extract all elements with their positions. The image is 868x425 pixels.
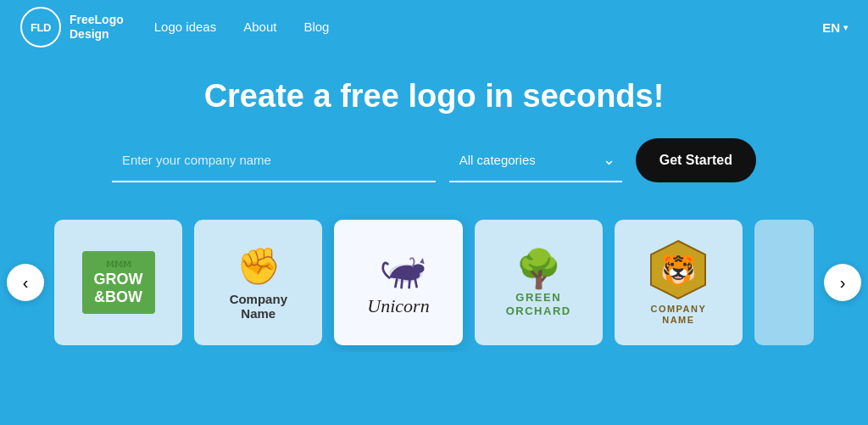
logo-mark[interactable]: FLD xyxy=(20,7,61,48)
fist-icon: ✊ xyxy=(236,245,281,287)
orchard-label: GREENORCHARD xyxy=(506,291,571,317)
logo-card-green-orchard[interactable]: 🌳 GREENORCHARD xyxy=(475,220,603,345)
language-selector[interactable]: EN ▾ xyxy=(822,20,848,35)
category-select-wrapper: All categories Technology Food & Drink F… xyxy=(449,138,622,182)
carousel-next-button[interactable]: › xyxy=(824,264,861,301)
get-started-button[interactable]: Get Started xyxy=(636,138,756,182)
tree-icon: 🌳 xyxy=(515,247,562,291)
fist-label: CompanyName xyxy=(230,292,287,321)
chevron-right-icon: › xyxy=(840,273,846,293)
company-name-input[interactable] xyxy=(112,138,436,182)
hero-title: Create a free logo in seconds! xyxy=(204,78,665,115)
svg-marker-2 xyxy=(420,258,424,264)
grow-bow-text: GROW&BOW xyxy=(94,271,143,305)
tiger-label: COMPANYNAME xyxy=(650,304,706,326)
unicorn-icon xyxy=(368,248,429,292)
svg-line-5 xyxy=(409,279,410,288)
nav-item-blog[interactable]: Blog xyxy=(303,20,329,35)
logo-card-partial[interactable] xyxy=(754,220,814,345)
nav-item-about[interactable]: About xyxy=(243,20,276,35)
carousel-track: 𝕄𝕄𝕄 GROW&BOW ✊ CompanyName xyxy=(44,213,824,352)
logo-text: FreeLogo Design xyxy=(70,13,124,42)
nav-links: Logo ideas About Blog xyxy=(154,20,330,35)
navbar: FLD FreeLogo Design Logo ideas About Blo… xyxy=(0,0,868,54)
grow-bow-grass-icon: 𝕄𝕄𝕄 xyxy=(94,260,143,269)
logo-card-grow-bow[interactable]: 𝕄𝕄𝕄 GROW&BOW xyxy=(54,220,182,345)
hero-section: Create a free logo in seconds! All categ… xyxy=(0,54,868,182)
chevron-down-icon: ▾ xyxy=(843,23,848,32)
tiger-icon: 🐯 xyxy=(660,253,696,287)
logo-card-fist[interactable]: ✊ CompanyName xyxy=(194,220,322,345)
carousel-prev-button[interactable]: ‹ xyxy=(7,264,44,301)
category-select[interactable]: All categories Technology Food & Drink F… xyxy=(459,153,612,167)
svg-line-6 xyxy=(415,279,417,287)
logo-card-tiger[interactable]: 🐯 COMPANYNAME xyxy=(615,220,743,345)
chevron-left-icon: ‹ xyxy=(23,273,29,293)
logo-card-unicorn[interactable]: Unicorn xyxy=(334,220,462,345)
svg-line-3 xyxy=(395,279,397,287)
search-bar: All categories Technology Food & Drink F… xyxy=(112,138,756,182)
logo-carousel: ‹ 𝕄𝕄𝕄 GROW&BOW ✊ CompanyName xyxy=(0,213,868,352)
nav-item-logo-ideas[interactable]: Logo ideas xyxy=(154,20,216,35)
svg-line-4 xyxy=(402,279,403,288)
unicorn-label: Unicorn xyxy=(367,295,429,317)
